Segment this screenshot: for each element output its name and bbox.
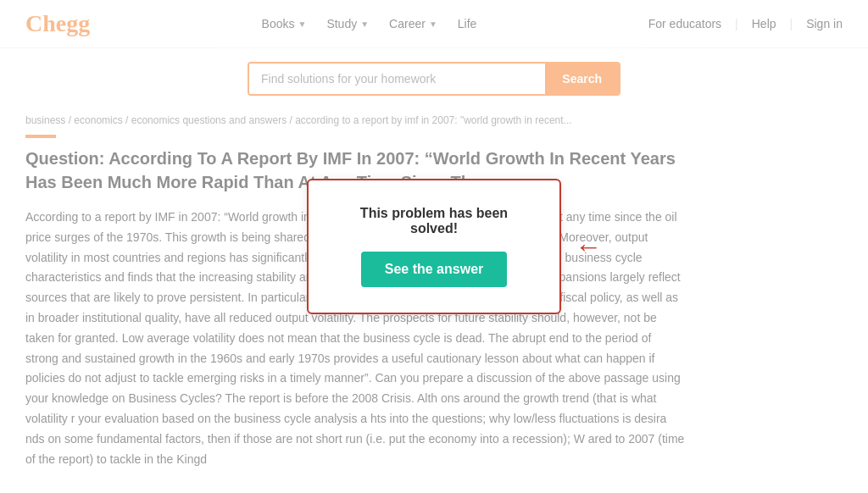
arrow-icon: ←	[575, 231, 602, 263]
modal-overlay: This problem has been solved! See the an…	[0, 0, 868, 486]
modal-title: This problem has been solved!	[342, 206, 526, 236]
solved-modal: This problem has been solved! See the an…	[307, 179, 561, 314]
see-answer-button[interactable]: See the answer	[361, 252, 508, 287]
